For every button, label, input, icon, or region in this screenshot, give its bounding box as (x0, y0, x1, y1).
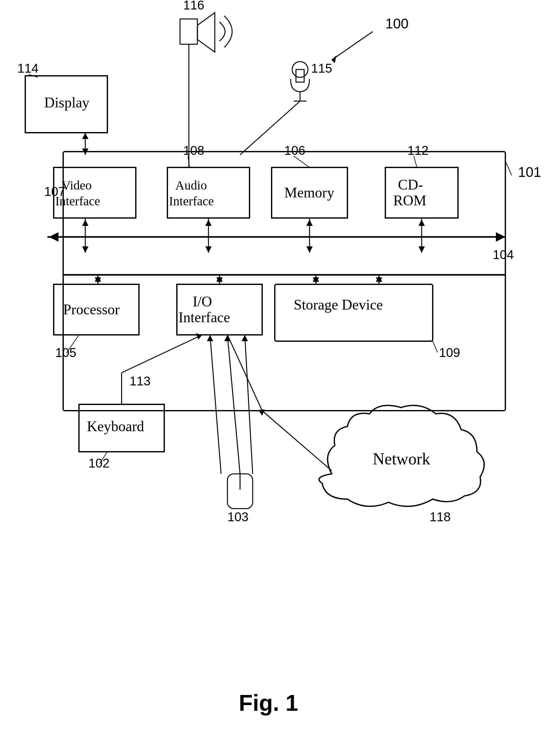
ref-113: 113 (129, 374, 151, 388)
ref-114: 114 (17, 61, 39, 75)
storage-device-label: Storage Device (294, 297, 383, 313)
ref-116: 116 (183, 0, 204, 12)
ref-115: 115 (311, 61, 332, 75)
ref-105: 105 (55, 346, 76, 359)
io-interface-label2: Interface (178, 309, 230, 325)
io-interface-label: I/O (193, 293, 212, 310)
fig-label: Fig. 1 (239, 690, 298, 716)
audio-interface-label: Audio (175, 178, 207, 192)
ref-103: 103 (227, 510, 249, 524)
ref-107: 107 (44, 184, 65, 198)
cd-rom-label2: ROM (393, 192, 426, 208)
ref-108: 108 (183, 143, 204, 157)
ref-101: 101 (518, 164, 541, 180)
ref-109: 109 (439, 346, 460, 359)
ref-118: 118 (430, 510, 451, 524)
processor-label: Processor (63, 301, 120, 317)
ref-102: 102 (88, 456, 110, 470)
audio-interface-label2: Interface (169, 194, 214, 208)
ref-106: 106 (284, 143, 305, 157)
video-interface-label: Video (62, 178, 92, 192)
diagram-container: 100 101 116 115 Display 114 Video Interf… (0, 0, 560, 737)
ref-100: 100 (385, 16, 408, 31)
cd-rom-label: CD- (398, 177, 423, 193)
keyboard-label: Keyboard (87, 418, 144, 434)
ref-104: 104 (493, 248, 514, 262)
network-label: Network (373, 450, 430, 468)
ref-112: 112 (407, 143, 429, 157)
memory-label: Memory (284, 184, 334, 201)
display-label: Display (44, 94, 89, 111)
